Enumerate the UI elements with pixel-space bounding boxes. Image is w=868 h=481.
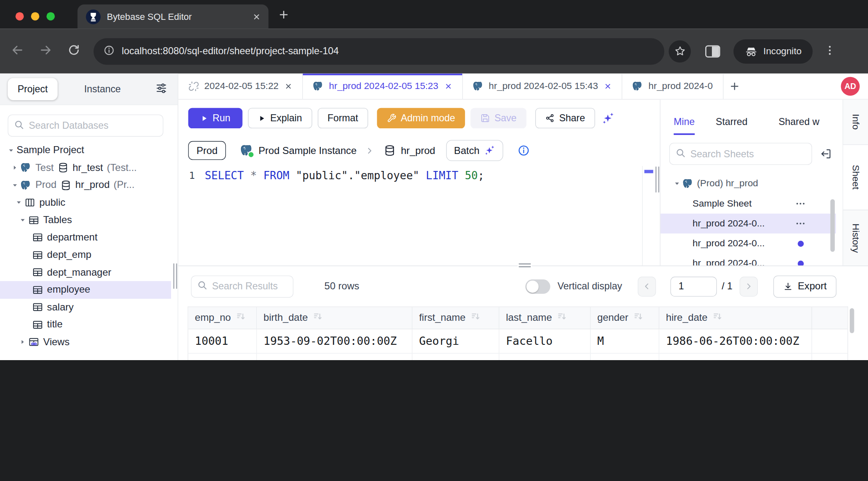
results-resize-handle[interactable] — [518, 263, 532, 268]
format-button[interactable]: Format — [318, 108, 368, 128]
database-name[interactable]: hr_prod — [401, 145, 435, 156]
column-header-birth_date[interactable]: birth_date — [257, 307, 412, 329]
forward-button[interactable] — [39, 44, 52, 59]
cell-gender[interactable]: M — [591, 329, 659, 353]
admin-mode-button[interactable]: Admin mode — [377, 108, 465, 128]
sheet-item-sheet-3[interactable]: hr_prod 2024-0... — [661, 253, 836, 265]
tree-item-table-department[interactable]: department — [0, 229, 171, 246]
back-button[interactable] — [11, 44, 24, 59]
environment-chip[interactable]: Prod — [188, 141, 226, 160]
browser-tab[interactable]: Bytebase SQL Editor — [77, 5, 268, 29]
cell-emp_no[interactable]: 10002 — [188, 354, 257, 360]
vertical-display-toggle[interactable] — [526, 279, 550, 293]
sort-button[interactable] — [313, 312, 323, 325]
cell-emp_no[interactable]: 10001 — [188, 329, 257, 353]
window-minimize-button[interactable] — [31, 12, 39, 20]
sql-editor[interactable]: 1 SELECT * FROM "public"."employee" LIMI… — [178, 168, 660, 183]
bookmark-button[interactable] — [669, 40, 691, 62]
tree-item-prod-hr-prod[interactable]: Prodhr_prod(Pr... — [0, 176, 171, 194]
save-button[interactable]: Save — [470, 108, 526, 128]
caret[interactable] — [671, 180, 682, 187]
cell-birth_date[interactable]: 1964-06-02T00:00:00Z — [257, 354, 412, 360]
panel-resize-handle[interactable] — [656, 166, 659, 192]
tab-info[interactable]: Info — [843, 100, 868, 145]
next-page-button[interactable] — [740, 277, 758, 296]
avatar[interactable]: AD — [841, 77, 859, 96]
column-header-gender[interactable]: gender — [591, 307, 659, 329]
caret[interactable] — [13, 200, 24, 206]
tab-project[interactable]: Project — [8, 78, 58, 100]
browser-menu-button[interactable] — [824, 44, 836, 58]
sort-button[interactable] — [712, 312, 722, 325]
close-tab-button[interactable] — [284, 82, 292, 90]
prev-page-button[interactable] — [638, 277, 656, 296]
editor-tab-1523[interactable]: hr_prod 2024-02-05 15:23 — [303, 74, 463, 99]
sheet-item-sample-sheet[interactable]: Sample Sheet — [661, 194, 836, 214]
share-button[interactable]: Share — [535, 108, 595, 128]
tab-starred[interactable]: Starred — [716, 116, 747, 135]
caret[interactable] — [5, 147, 17, 154]
cell-hire_date[interactable]: 1986-06-26T00:00:00Z — [659, 329, 812, 353]
sheets-search[interactable] — [669, 143, 812, 165]
window-zoom-button[interactable] — [46, 12, 55, 20]
explain-button[interactable]: Explain — [248, 108, 312, 128]
sort-button[interactable] — [470, 312, 480, 325]
collapse-panel-button[interactable] — [820, 148, 832, 160]
sort-button[interactable] — [236, 312, 246, 325]
sidebar-resize-handle[interactable] — [173, 263, 177, 289]
batch-button[interactable]: Batch — [446, 140, 504, 161]
cell-birth_date[interactable]: 1953-09-02T00:00:00Z — [257, 329, 412, 353]
tab-history[interactable]: History — [843, 210, 868, 266]
cell-last_name[interactable]: Facello — [499, 329, 591, 353]
editor-scrollbar[interactable] — [642, 166, 654, 266]
column-header-first_name[interactable]: first_name — [412, 307, 499, 329]
results-search-input[interactable] — [212, 281, 287, 292]
sheet-item-sheet-2[interactable]: hr_prod 2024-0... — [661, 233, 836, 253]
run-button[interactable]: Run — [188, 108, 242, 128]
column-header-last_name[interactable]: last_name — [499, 307, 591, 329]
tree-item-test-hr-test[interactable]: Testhr_test(Test... — [0, 159, 171, 176]
database-search-input[interactable] — [29, 120, 157, 131]
tree-item-sample-project[interactable]: Sample Project — [0, 142, 171, 159]
cell-first_name[interactable]: Bezalel — [412, 354, 499, 360]
editor-tab-1522[interactable]: 2024-02-05 15:22 — [178, 74, 303, 99]
tab-instance[interactable]: Instance — [84, 83, 121, 95]
table-scrollbar-thumb[interactable] — [850, 308, 854, 333]
side-panel-button[interactable] — [705, 45, 720, 57]
address-bar[interactable]: localhost:8080/sql-editor/sheet/project-… — [94, 38, 664, 65]
site-info-button[interactable] — [104, 45, 115, 58]
editor-tab-1543[interactable]: hr_prod 2024-02-05 15:43 — [463, 74, 622, 99]
results-search[interactable] — [191, 275, 293, 297]
tree-item-table-dept-manager[interactable]: dept_manager — [0, 264, 171, 281]
caret[interactable] — [17, 217, 28, 224]
new-tab-button[interactable] — [278, 9, 289, 22]
sort-button[interactable] — [633, 312, 643, 325]
ai-assistant-button[interactable] — [600, 111, 615, 125]
cell-first_name[interactable]: Georgi — [412, 329, 499, 353]
tab-sheet[interactable]: Sheet — [843, 145, 868, 210]
sidebar-settings-button[interactable] — [155, 82, 168, 96]
column-header-hire_date[interactable]: hire_date — [659, 307, 812, 329]
tree-item-table-title[interactable]: title — [0, 316, 171, 333]
tree-item-table-employee[interactable]: employee — [0, 281, 171, 298]
tree-item-schema-public[interactable]: public — [0, 194, 171, 212]
column-header-emp_no[interactable]: emp_no — [188, 307, 257, 329]
tab-mine[interactable]: Mine — [674, 116, 695, 135]
sheet-item-menu-button[interactable] — [795, 198, 806, 209]
tree-item-views[interactable]: Views — [0, 333, 171, 351]
cell-last_name[interactable]: Simmel — [499, 354, 591, 360]
tree-item-tables[interactable]: Tables — [0, 212, 171, 229]
page-number-input[interactable] — [670, 277, 716, 296]
close-tab-button[interactable] — [443, 82, 452, 90]
editor-tab-cut[interactable]: hr_prod 2024-0 — [622, 74, 723, 99]
instance-name[interactable]: Prod Sample Instance — [258, 145, 357, 156]
tree-item-table-salary[interactable]: salary — [0, 298, 171, 316]
window-close-button[interactable] — [15, 12, 24, 20]
cell-hire_date[interactable]: 1985-11-21T00:00:00Z — [659, 354, 812, 360]
connection-info-button[interactable] — [518, 144, 530, 156]
sheet-group-group-prod-hr-prod[interactable]: (Prod) hr_prod — [661, 174, 836, 194]
tab-shared[interactable]: Shared w — [779, 116, 820, 135]
export-button[interactable]: Export — [774, 275, 837, 297]
close-tab-button[interactable] — [603, 82, 612, 90]
tree-item-table-dept-emp[interactable]: dept_emp — [0, 246, 171, 264]
